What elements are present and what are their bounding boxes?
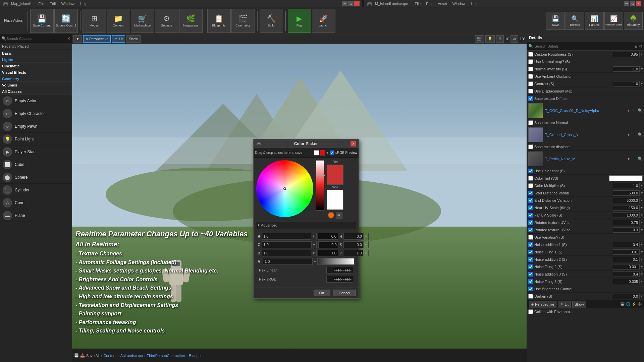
- cp-wheel-dot[interactable]: [283, 187, 286, 190]
- menu-file-r[interactable]: File: [413, 2, 422, 6]
- detail-row-use-normal-map[interactable]: Use Normal map? (B): [527, 58, 644, 65]
- menu-edit-r[interactable]: Edit: [425, 2, 434, 6]
- detail-arrow-color-mult[interactable]: ▾: [641, 184, 643, 187]
- detail-checkbox-normal-intensity[interactable]: [528, 67, 533, 71]
- detail-arrow-noise-tiling-3[interactable]: ▾: [641, 280, 643, 283]
- detail-arrow-near-uv[interactable]: ▾: [641, 206, 643, 209]
- menu-file[interactable]: File: [37, 2, 46, 6]
- texture-back-diffuse[interactable]: ←: [632, 108, 636, 113]
- cp-a-arrow[interactable]: ▾: [314, 259, 316, 264]
- perspective-button[interactable]: ◈ Perspective: [83, 35, 111, 43]
- detail-value-color-mult[interactable]: [613, 183, 640, 188]
- menu-window[interactable]: Window: [60, 2, 76, 6]
- category-cinematic[interactable]: Cinematic: [0, 63, 72, 69]
- rp-hierarchy-button[interactable]: 🌳 Hierarchy: [624, 12, 643, 30]
- category-visual-effects[interactable]: Visual Effects: [0, 69, 72, 75]
- detail-checkbox-end-dist[interactable]: [528, 198, 533, 203]
- search-clear-icon[interactable]: ✕: [67, 36, 70, 41]
- category-basic[interactable]: Basic: [0, 50, 72, 56]
- detail-row-ambient-occlusion[interactable]: Use Ambient Occlusion: [527, 73, 644, 80]
- vp-camera-icon[interactable]: 📷: [475, 35, 484, 43]
- detail-checkbox-base-diffuse[interactable]: [528, 96, 533, 101]
- details-view-icon[interactable]: ⊞: [634, 44, 638, 49]
- detail-row-use-color-tint[interactable]: Use Color tint? (B): [527, 167, 644, 175]
- category-geometry[interactable]: Geometry: [0, 75, 72, 82]
- place-item-empty-pawn[interactable]: ○ Empty Pawn: [0, 120, 72, 133]
- cp-channel-g-input[interactable]: [262, 241, 312, 248]
- category-all-classes[interactable]: All Classes: [0, 88, 72, 95]
- detail-row-noise-tiling-1[interactable]: Noise Tiling 1 (S) ▾: [527, 248, 644, 256]
- rp-browse-button[interactable]: 🔍 Browse: [566, 12, 584, 30]
- cp-channel-a-bar[interactable]: [317, 258, 355, 265]
- detail-row-normal-intensity[interactable]: Normal Intensity (S) ▾: [527, 65, 644, 73]
- detail-arrow-start-dist[interactable]: ▾: [641, 191, 643, 195]
- detail-checkbox-noise-tiling-2[interactable]: [528, 264, 533, 269]
- cp-channel-b-bar[interactable]: [316, 250, 317, 256]
- detail-row-use-variation[interactable]: Use Variation? (B): [527, 234, 644, 241]
- detail-row-noise-add-2[interactable]: Noise addition 2 (S) ▾: [527, 256, 644, 263]
- texture-row-diffuse[interactable]: T_GOC_Grass01_D_NoisyAlpha ▾ ← 🔍: [527, 102, 644, 119]
- rp-platform-stats-button[interactable]: 📈 Platform Stats: [604, 12, 623, 30]
- vp-angle-icon[interactable]: ⊿: [511, 35, 518, 43]
- cp-h-arr[interactable]: ▾: [365, 234, 367, 239]
- detail-checkbox-start-dist[interactable]: [528, 191, 533, 195]
- cp-v-bar[interactable]: [368, 250, 369, 256]
- bottom-bar-icon-import[interactable]: 📥: [80, 353, 85, 358]
- cp-brightness-bar[interactable]: [316, 160, 324, 210]
- detail-arrow-rotated-uv1[interactable]: ▾: [641, 221, 643, 224]
- cp-s-arr[interactable]: ▾: [365, 242, 367, 247]
- cp-hex-srgb-input[interactable]: [326, 276, 353, 283]
- detail-checkbox-color-tint[interactable]: [528, 169, 533, 173]
- texture-arrow-displace[interactable]: ▾: [628, 157, 630, 161]
- content-button[interactable]: 📁 Content: [107, 9, 130, 33]
- cp-color-dot[interactable]: [328, 212, 334, 219]
- detail-value-darken[interactable]: [613, 294, 640, 299]
- detail-row-rotated-uv2[interactable]: Rotated texture UV sc ▾: [527, 226, 644, 234]
- detail-row-brightness-ctrl[interactable]: Use Brightness Control: [527, 285, 644, 293]
- texture-arrow-diffuse[interactable]: ▾: [628, 108, 630, 113]
- search-input[interactable]: [6, 37, 67, 41]
- cp-channel-r-input[interactable]: [262, 233, 311, 240]
- bottom-bar-icon-save[interactable]: 💾: [74, 353, 79, 358]
- cp-swatch-2[interactable]: [320, 150, 325, 156]
- cp-swatch-arrow[interactable]: ▾: [326, 150, 328, 155]
- detail-checkbox-custom-roughness[interactable]: [528, 52, 533, 57]
- vp-lit-btn-right[interactable]: ☀ Lit: [558, 301, 571, 308]
- detail-row-collide[interactable]: Collide with Environm...: [527, 308, 644, 315]
- menu-help-r[interactable]: Help: [470, 2, 480, 6]
- detail-checkbox-noise-tiling-3[interactable]: [528, 279, 533, 284]
- detail-row-base-displace-check[interactable]: Base texture displace: [527, 143, 644, 150]
- build-button[interactable]: 🔨 Build: [260, 9, 283, 33]
- texture-find-normal[interactable]: 🔍: [638, 132, 643, 137]
- menu-asset-r[interactable]: Asset: [436, 2, 448, 6]
- place-item-player-start[interactable]: ▶ Player Start: [0, 145, 72, 158]
- detail-arrow-end-dist[interactable]: ▾: [641, 198, 643, 202]
- place-item-cone[interactable]: △ Cone: [0, 196, 72, 209]
- minimize-button-right[interactable]: ─: [624, 1, 629, 6]
- close-button-right[interactable]: ✕: [636, 1, 641, 6]
- maximize-button[interactable]: □: [348, 1, 354, 6]
- cp-cancel-button[interactable]: Cancel: [333, 290, 356, 296]
- breadcrumb-blueprints[interactable]: Blueprints: [189, 354, 206, 358]
- details-settings-icon[interactable]: ⚙: [639, 44, 643, 49]
- detail-checkbox-collide[interactable]: [528, 309, 533, 314]
- detail-arrow-noise-add-1[interactable]: ▾: [641, 243, 643, 246]
- cp-pencil[interactable]: ✏: [336, 212, 342, 219]
- source-control-button[interactable]: 🔄 Source Control: [54, 9, 78, 33]
- cp-hex-linear-input[interactable]: [326, 267, 353, 274]
- cp-channel-r-bar[interactable]: [316, 233, 317, 240]
- cp-s-bar[interactable]: [368, 241, 369, 248]
- details-search-input[interactable]: [535, 44, 633, 48]
- detail-checkbox-contrast[interactable]: [528, 81, 533, 86]
- megascans-button[interactable]: 🌿 Megascans: [179, 9, 203, 33]
- cp-channel-g-bar[interactable]: [316, 241, 317, 248]
- blueprints-button[interactable]: 📋 Blueprints: [207, 9, 231, 33]
- detail-arrow-noise-tiling-2[interactable]: ▾: [641, 265, 643, 268]
- close-button[interactable]: ✕: [354, 1, 360, 6]
- menu-window-r[interactable]: Window: [451, 2, 467, 6]
- detail-row-rotated-uv1[interactable]: Rotated texture UV sc ▾: [527, 219, 644, 226]
- cp-close-button[interactable]: ✕: [351, 141, 356, 146]
- place-item-cube[interactable]: ⬜ Cube: [0, 158, 72, 171]
- detail-checkbox-noise-add-3[interactable]: [528, 272, 533, 277]
- breadcrumb-content[interactable]: Content: [103, 354, 116, 358]
